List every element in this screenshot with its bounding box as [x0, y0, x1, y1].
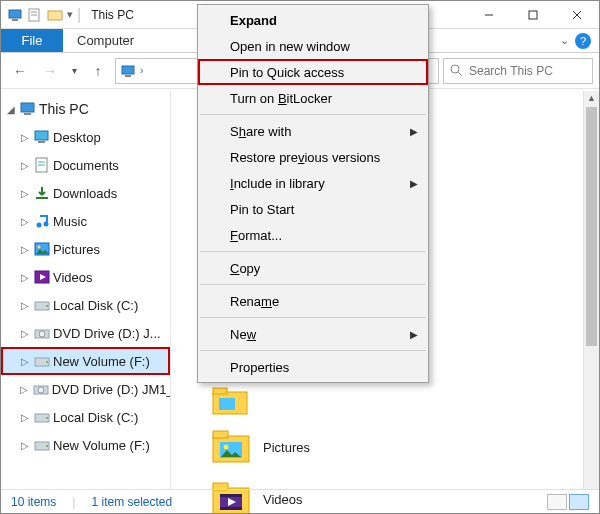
context-menu-item[interactable]: Open in new window	[198, 33, 428, 59]
expand-icon[interactable]: ▷	[19, 328, 31, 339]
context-menu-item[interactable]: Format...	[198, 222, 428, 248]
submenu-arrow-icon: ▶	[410, 126, 418, 137]
search-input[interactable]: Search This PC	[443, 58, 593, 84]
list-item[interactable]: Pictures	[171, 421, 599, 473]
tree-item[interactable]: ▷DVD Drive (D:) JM1_...	[1, 375, 170, 403]
expand-icon[interactable]: ▷	[19, 356, 31, 367]
properties-icon[interactable]	[27, 7, 43, 23]
tree-item[interactable]: ▷DVD Drive (D:) J...	[1, 319, 170, 347]
svg-rect-40	[213, 388, 227, 394]
tree-root-this-pc[interactable]: ◢ This PC	[1, 95, 170, 123]
context-menu-item[interactable]: New▶	[198, 321, 428, 347]
context-menu-item[interactable]: Properties	[198, 354, 428, 380]
up-button[interactable]: ↑	[85, 58, 111, 84]
tree-item[interactable]: ▷Desktop	[1, 123, 170, 151]
scroll-up-icon[interactable]: ▲	[584, 91, 599, 105]
svg-rect-1	[12, 19, 18, 21]
svg-point-22	[37, 223, 42, 228]
documents-icon	[33, 156, 51, 174]
tree-item-label: Desktop	[53, 130, 101, 145]
tree-item-label: Videos	[53, 270, 93, 285]
svg-rect-21	[36, 197, 48, 199]
submenu-arrow-icon: ▶	[410, 329, 418, 340]
expand-icon[interactable]: ▷	[19, 412, 31, 423]
help-icon[interactable]: ?	[575, 33, 591, 49]
svg-rect-15	[24, 113, 31, 115]
tree-item[interactable]: ▷Downloads	[1, 179, 170, 207]
tree-item[interactable]: ▷Pictures	[1, 235, 170, 263]
context-menu-item[interactable]: Copy	[198, 255, 428, 281]
scrollbar[interactable]: ▲	[583, 91, 599, 489]
ribbon-expand-icon[interactable]: ⌄	[560, 34, 569, 47]
context-menu-separator	[200, 317, 426, 318]
expand-icon[interactable]: ▷	[19, 300, 31, 311]
status-bar: 10 items | 1 item selected	[1, 489, 599, 513]
context-menu-item[interactable]: Pin to Quick access	[198, 59, 428, 85]
tree-item[interactable]: ▷Videos	[1, 263, 170, 291]
maximize-button[interactable]	[511, 2, 555, 27]
svg-rect-5	[48, 11, 62, 20]
drive-icon	[33, 408, 51, 426]
list-item[interactable]	[171, 381, 599, 421]
expand-icon[interactable]: ▷	[19, 272, 31, 283]
collapse-icon[interactable]: ◢	[5, 104, 17, 115]
svg-point-12	[451, 65, 459, 73]
expand-icon[interactable]: ▷	[19, 384, 30, 395]
tree-item[interactable]: ▷Music	[1, 207, 170, 235]
folder-icon	[211, 386, 251, 416]
svg-rect-17	[38, 141, 45, 143]
tree-item[interactable]: ▷Documents	[1, 151, 170, 179]
tab-computer[interactable]: Computer	[63, 29, 148, 52]
search-icon	[450, 64, 463, 77]
back-button[interactable]: ←	[7, 58, 33, 84]
context-menu-item[interactable]: Turn on BitLocker	[198, 85, 428, 111]
pictures-folder-icon	[211, 428, 253, 466]
close-button[interactable]	[555, 2, 599, 27]
svg-rect-14	[21, 103, 34, 112]
forward-button[interactable]: →	[37, 58, 63, 84]
scroll-thumb[interactable]	[586, 107, 597, 346]
expand-icon[interactable]: ▷	[19, 216, 31, 227]
context-menu-item[interactable]: Restore previous versions	[198, 144, 428, 170]
qat-dropdown-icon[interactable]: ▾	[67, 8, 73, 21]
pictures-icon	[33, 240, 51, 258]
list-item-label: Pictures	[263, 440, 310, 455]
chevron-right-icon[interactable]: ›	[140, 65, 143, 76]
minimize-button[interactable]	[467, 2, 511, 27]
svg-point-34	[38, 387, 44, 393]
expand-icon[interactable]: ▷	[19, 132, 31, 143]
tab-file[interactable]: File	[1, 29, 63, 52]
context-menu-item[interactable]: Include in library▶	[198, 170, 428, 196]
view-switcher	[547, 494, 589, 510]
tree-item-label: Documents	[53, 158, 119, 173]
details-view-button[interactable]	[547, 494, 567, 510]
context-menu-label: Turn on BitLocker	[230, 91, 332, 106]
folder-icon[interactable]	[47, 7, 63, 23]
svg-rect-10	[122, 66, 134, 74]
context-menu-item[interactable]: Expand	[198, 7, 428, 33]
tree-item[interactable]: ▷New Volume (F:)	[1, 347, 170, 375]
context-menu-label: Pin to Start	[230, 202, 294, 217]
expand-icon[interactable]: ▷	[19, 244, 31, 255]
expand-icon[interactable]: ▷	[19, 160, 31, 171]
tree-item-label: New Volume (F:)	[53, 438, 150, 453]
context-menu-item[interactable]: Pin to Start	[198, 196, 428, 222]
svg-rect-11	[125, 75, 131, 77]
recent-dropdown-icon[interactable]: ▾	[67, 58, 81, 84]
context-menu-label: Include in library	[230, 176, 325, 191]
tree-item[interactable]: ▷Local Disk (C:)	[1, 291, 170, 319]
expand-icon[interactable]: ▷	[19, 440, 31, 451]
context-menu-label: Pin to Quick access	[230, 65, 344, 80]
svg-point-36	[46, 417, 48, 419]
context-menu: ExpandOpen in new windowPin to Quick acc…	[197, 4, 429, 383]
tree-item[interactable]: ▷New Volume (F:)	[1, 431, 170, 459]
context-menu-item[interactable]: Share with▶	[198, 118, 428, 144]
tree-item[interactable]: ▷Local Disk (C:)	[1, 403, 170, 431]
tree-item-label: Local Disk (C:)	[53, 410, 138, 425]
expand-icon[interactable]: ▷	[19, 188, 31, 199]
tree-item-label: DVD Drive (D:) J...	[53, 326, 161, 341]
context-menu-label: Share with	[230, 124, 291, 139]
large-icons-view-button[interactable]	[569, 494, 589, 510]
navigation-pane[interactable]: ◢ This PC ▷Desktop▷Documents▷Downloads▷M…	[1, 91, 171, 489]
context-menu-item[interactable]: Rename	[198, 288, 428, 314]
